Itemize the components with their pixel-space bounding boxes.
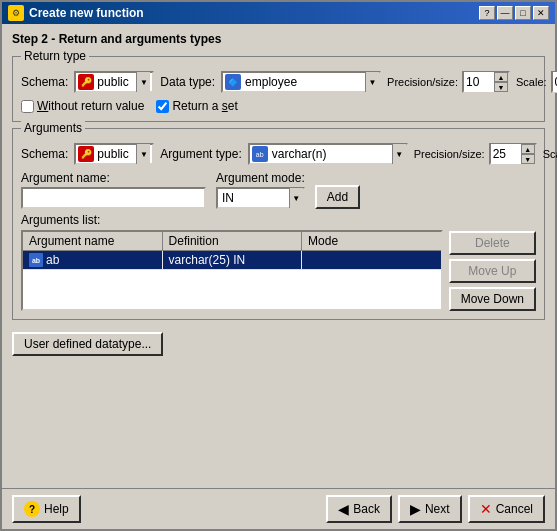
back-label: Back (353, 502, 380, 516)
window-title: Create new function (29, 6, 144, 20)
args-list-container: Arguments list: Argument name Definition… (21, 213, 536, 311)
footer-left: ? Help (12, 495, 81, 523)
titlebar-buttons: ? — □ ✕ (479, 6, 549, 20)
return-precision-spinbox[interactable]: 10 ▲ ▼ (462, 71, 510, 93)
arg-schema-value: public (97, 147, 133, 161)
arg-type-label: Argument type: (160, 147, 241, 161)
return-schema-arrow[interactable]: ▼ (136, 72, 150, 92)
arg-type-icon: ab (252, 146, 268, 162)
return-schema-label: Schema: (21, 75, 68, 89)
return-set-checkbox[interactable] (156, 100, 169, 113)
without-return-checkbox-item[interactable]: Without return value (21, 99, 144, 113)
return-precision-group: Precision/size: 10 ▲ ▼ (387, 71, 510, 93)
return-scale-input[interactable]: 0 (553, 72, 557, 92)
table-body: ab ab varchar(25) IN (23, 251, 441, 270)
arg-precision-group: Precision/size: 25 ▲ ▼ (414, 143, 537, 165)
cancel-label: Cancel (496, 502, 533, 516)
args-list-label: Arguments list: (21, 213, 443, 227)
return-datatype-dropdown[interactable]: 🔷 employee ▼ (221, 71, 381, 93)
move-down-button[interactable]: Move Down (449, 287, 536, 311)
return-scale-label: Scale: (516, 76, 547, 88)
table-header: Argument name Definition Mode (23, 232, 441, 251)
maximize-button[interactable]: □ (515, 6, 531, 20)
add-button[interactable]: Add (315, 185, 360, 209)
arg-name-label: Argument name: (21, 171, 206, 185)
table-cell-mode (302, 251, 441, 269)
return-datatype-value: employee (241, 75, 365, 89)
help-titlebar-button[interactable]: ? (479, 6, 495, 20)
arguments-group: Arguments Schema: 🔑 public ▼ Argument ty… (12, 128, 545, 320)
titlebar: ⚙ Create new function ? — □ ✕ (2, 2, 555, 24)
arg-precision-input[interactable]: 25 (491, 144, 521, 164)
return-type-checkboxes: Without return value Return a set (21, 99, 536, 113)
cancel-button[interactable]: ✕ Cancel (468, 495, 545, 523)
table-row[interactable]: ab ab varchar(25) IN (23, 251, 441, 270)
back-button[interactable]: ◀ Back (326, 495, 392, 523)
footer: ? Help ◀ Back ▶ Next ✕ Cancel (2, 488, 555, 529)
step-label: Step 2 - Return and arguments types (12, 32, 545, 46)
arg-mode-arrow[interactable]: ▼ (289, 188, 303, 208)
title-icon: ⚙ (8, 5, 24, 21)
col-arg-name: Argument name (23, 232, 163, 250)
arg-precision-down[interactable]: ▼ (521, 154, 535, 164)
return-set-checkbox-item[interactable]: Return a set (156, 99, 237, 113)
cancel-icon: ✕ (480, 501, 492, 517)
close-button[interactable]: ✕ (533, 6, 549, 20)
arg-schema-arrow[interactable]: ▼ (136, 144, 150, 164)
arg-precision-arrows: ▲ ▼ (521, 144, 535, 164)
arg-type-small-icon: ab (29, 253, 43, 267)
minimize-button[interactable]: — (497, 6, 513, 20)
footer-right: ◀ Back ▶ Next ✕ Cancel (326, 495, 545, 523)
delete-button[interactable]: Delete (449, 231, 536, 255)
help-label: Help (44, 502, 69, 516)
arg-name-col: Argument name: (21, 171, 206, 209)
arg-name-input[interactable] (21, 187, 206, 209)
content-area: Step 2 - Return and arguments types Retu… (2, 24, 555, 488)
arg-schema-icon: 🔑 (78, 146, 94, 162)
arg-mode-value: IN (218, 191, 289, 205)
return-schema-value: public (97, 75, 133, 89)
return-precision-down[interactable]: ▼ (494, 82, 508, 92)
return-type-group: Return type Schema: 🔑 public ▼ Data type… (12, 56, 545, 122)
arg-mode-label: Argument mode: (216, 171, 305, 185)
next-button[interactable]: ▶ Next (398, 495, 462, 523)
return-scale-spinbox[interactable]: 0 ▲ ▼ (551, 71, 557, 93)
arg-schema-dropdown[interactable]: 🔑 public ▼ (74, 143, 154, 165)
next-arrow-icon: ▶ (410, 501, 421, 517)
return-set-label: Return a set (172, 99, 237, 113)
cell-icon-name: ab ab (29, 253, 156, 267)
table-cell-name: ab ab (23, 251, 163, 269)
return-schema-dropdown[interactable]: 🔑 public ▼ (74, 71, 154, 93)
help-icon: ? (24, 501, 40, 517)
arg-mode-col: Argument mode: IN ▼ (216, 171, 305, 209)
return-precision-label: Precision/size: (387, 76, 458, 88)
arg-scale-group: Scale: 0 ▲ ▼ (543, 143, 557, 165)
return-schema-icon: 🔑 (78, 74, 94, 90)
arg-scale-label: Scale: (543, 148, 557, 160)
main-window: ⚙ Create new function ? — □ ✕ Step 2 - R… (0, 0, 557, 531)
user-defined-button[interactable]: User defined datatype... (12, 332, 163, 356)
titlebar-left: ⚙ Create new function (8, 5, 144, 21)
arg-schema-label: Schema: (21, 147, 68, 161)
return-precision-up[interactable]: ▲ (494, 72, 508, 82)
arguments-title: Arguments (21, 121, 85, 135)
action-buttons: Delete Move Up Move Down (449, 213, 536, 311)
col-definition: Definition (163, 232, 303, 250)
arguments-row1: Schema: 🔑 public ▼ Argument type: ab var… (21, 143, 536, 165)
arg-type-value: varchar(n) (268, 147, 392, 161)
table-cell-definition: varchar(25) IN (163, 251, 303, 269)
col-mode: Mode (302, 232, 441, 250)
move-up-button[interactable]: Move Up (449, 259, 536, 283)
arg-precision-up[interactable]: ▲ (521, 144, 535, 154)
without-return-checkbox[interactable] (21, 100, 34, 113)
help-button[interactable]: ? Help (12, 495, 81, 523)
return-datatype-label: Data type: (160, 75, 215, 89)
return-precision-input[interactable]: 10 (464, 72, 494, 92)
arg-precision-spinbox[interactable]: 25 ▲ ▼ (489, 143, 537, 165)
arg-type-dropdown[interactable]: ab varchar(n) ▼ (248, 143, 408, 165)
arg-type-arrow[interactable]: ▼ (392, 144, 406, 164)
return-precision-arrows: ▲ ▼ (494, 72, 508, 92)
arg-mode-dropdown[interactable]: IN ▼ (216, 187, 305, 209)
return-datatype-arrow[interactable]: ▼ (365, 72, 379, 92)
args-list-col: Arguments list: Argument name Definition… (21, 213, 443, 311)
